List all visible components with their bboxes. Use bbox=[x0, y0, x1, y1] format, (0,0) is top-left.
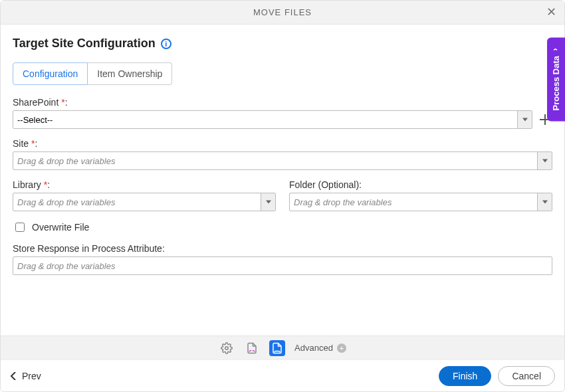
prev-button[interactable]: Prev bbox=[10, 371, 41, 381]
required-mark: * bbox=[31, 138, 35, 149]
field-folder: Folder (Optional): bbox=[289, 179, 552, 211]
advanced-label: Advanced bbox=[294, 343, 333, 353]
plus-circle-icon: + bbox=[337, 343, 346, 353]
site-input[interactable] bbox=[13, 152, 537, 169]
overwrite-label: Overwrite File bbox=[32, 222, 89, 233]
footer: Prev Finish Cancel bbox=[1, 359, 564, 391]
required-mark: * bbox=[44, 179, 47, 190]
field-site: Site *: bbox=[13, 138, 552, 170]
advanced-toggle[interactable]: Advanced + bbox=[294, 343, 346, 353]
overwrite-checkbox[interactable] bbox=[15, 223, 25, 232]
gear-icon[interactable] bbox=[219, 340, 235, 356]
site-select[interactable] bbox=[13, 151, 552, 170]
section-header: Target Site Configuration i bbox=[13, 37, 552, 50]
chevron-left-icon: ‹ bbox=[552, 48, 561, 50]
folder-select[interactable] bbox=[289, 193, 552, 211]
store-response-input[interactable] bbox=[13, 256, 552, 275]
field-sharepoint: SharePoint *: bbox=[13, 97, 552, 129]
library-select[interactable] bbox=[13, 193, 276, 211]
info-icon[interactable]: i bbox=[161, 39, 171, 49]
finish-button[interactable]: Finish bbox=[439, 366, 491, 386]
field-store-response: Store Response in Process Attribute: bbox=[13, 243, 552, 275]
chevron-down-icon[interactable] bbox=[261, 193, 275, 211]
field-overwrite: Overwrite File bbox=[13, 221, 552, 234]
close-icon[interactable]: ✕ bbox=[546, 6, 556, 18]
chevron-down-icon[interactable] bbox=[537, 193, 552, 211]
section-title: Target Site Configuration bbox=[13, 37, 156, 50]
tab-item-ownership[interactable]: Item Ownership bbox=[88, 62, 172, 85]
sharepoint-select[interactable] bbox=[13, 110, 532, 129]
row-library-folder: Library *: Folder (Optional): bbox=[13, 179, 552, 211]
tab-strip: Configuration Item Ownership bbox=[13, 62, 552, 85]
chevron-down-icon[interactable] bbox=[537, 152, 552, 169]
toolbar: Advanced + bbox=[1, 336, 564, 359]
site-label: Site *: bbox=[13, 138, 552, 149]
prev-label: Prev bbox=[22, 371, 41, 381]
titlebar: MOVE FILES ✕ bbox=[1, 1, 564, 25]
sharepoint-input[interactable] bbox=[13, 111, 517, 128]
library-label: Library *: bbox=[13, 179, 276, 190]
tab-label: Configuration bbox=[23, 68, 78, 79]
tab-configuration[interactable]: Configuration bbox=[13, 62, 88, 85]
svg-point-0 bbox=[225, 346, 229, 349]
dialog-window: MOVE FILES ✕ Target Site Configuration i… bbox=[0, 0, 565, 392]
process-data-panel-toggle[interactable]: Process Data ‹ bbox=[547, 37, 565, 121]
sharepoint-label: SharePoint *: bbox=[13, 97, 552, 108]
folder-label: Folder (Optional): bbox=[289, 179, 552, 190]
library-input[interactable] bbox=[13, 193, 261, 211]
folder-input[interactable] bbox=[290, 193, 537, 211]
document-transfer-icon[interactable] bbox=[244, 340, 260, 356]
required-mark: * bbox=[61, 97, 64, 108]
tab-label: Item Ownership bbox=[97, 68, 162, 79]
store-response-label: Store Response in Process Attribute: bbox=[13, 243, 552, 254]
dialog-title: MOVE FILES bbox=[253, 7, 312, 17]
content-area: Target Site Configuration i Configuratio… bbox=[1, 25, 564, 336]
process-data-label: Process Data bbox=[551, 56, 561, 110]
chevron-down-icon[interactable] bbox=[517, 111, 532, 128]
cancel-button[interactable]: Cancel bbox=[498, 366, 555, 386]
field-library: Library *: bbox=[13, 179, 276, 211]
document-swap-icon[interactable] bbox=[269, 340, 285, 356]
